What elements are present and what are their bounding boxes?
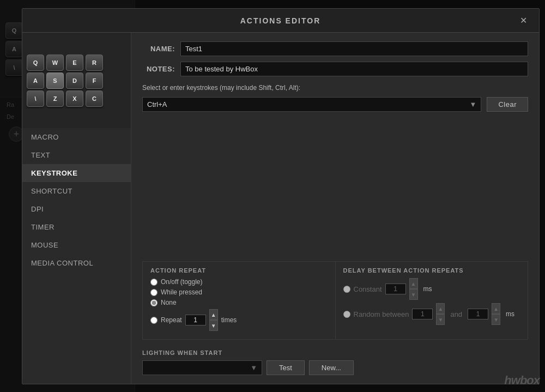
modal-key-row-3: \ Z X C xyxy=(27,91,126,107)
keystroke-dropdown-icon: ▼ xyxy=(470,100,477,108)
modal-key-s[interactable]: S xyxy=(46,73,64,89)
lighting-title: LIGHTING WHEN START xyxy=(142,349,528,356)
random-from-up[interactable]: ▲ xyxy=(436,303,445,314)
name-form-row: NAME: xyxy=(142,41,528,56)
modal-title: ACTIONS EDITOR xyxy=(44,16,517,25)
random-to-spinner[interactable]: ▲ ▼ xyxy=(492,303,500,325)
keystrokes-instruction: Select or enter keystrokes (may include … xyxy=(142,84,528,92)
nav-item-media-control[interactable]: MEDIA CONTROL xyxy=(22,254,131,272)
action-delay-section: ACTION REPEAT On/off (toggle) While pres… xyxy=(142,261,528,340)
modal-left-nav: Q W E R A S D F \ Z X C xyxy=(22,33,131,384)
modal-main-content: NAME: NOTES: Select or enter keystrokes … xyxy=(131,33,539,384)
constant-down-arrow[interactable]: ▼ xyxy=(409,289,418,300)
random-to-up[interactable]: ▲ xyxy=(492,303,500,314)
modal-close-button[interactable]: ✕ xyxy=(517,14,530,27)
nav-item-shortcut[interactable]: SHORTCUT xyxy=(22,182,131,200)
constant-spinner[interactable]: ▲ ▼ xyxy=(409,278,418,300)
nav-item-keystroke[interactable]: KEYSTROKE xyxy=(22,164,131,182)
modal-key-e[interactable]: E xyxy=(66,55,83,71)
notes-input[interactable] xyxy=(180,62,528,76)
keystrokes-row: Ctrl+A ▼ Clear xyxy=(142,97,528,112)
lighting-dropdown-icon: ▼ xyxy=(250,364,257,372)
constant-delay-row: Constant ▲ ▼ ms xyxy=(343,278,520,300)
radio-repeat-label: Repeat xyxy=(161,316,182,324)
random-from-down[interactable]: ▼ xyxy=(436,314,445,325)
radio-while-pressed-input[interactable] xyxy=(150,289,158,296)
modal-body: Q W E R A S D F \ Z X C xyxy=(22,33,539,384)
action-repeat-box: ACTION REPEAT On/off (toggle) While pres… xyxy=(142,261,336,340)
constant-label: Constant xyxy=(354,285,382,293)
modal-key-z[interactable]: Z xyxy=(46,91,64,107)
test-button[interactable]: Test xyxy=(267,360,305,375)
nav-item-timer[interactable]: TIMER xyxy=(22,218,131,236)
radio-while-pressed-label: While pressed xyxy=(161,288,202,296)
name-input[interactable] xyxy=(180,41,528,56)
modal-key-d[interactable]: D xyxy=(66,73,83,89)
random-from-input[interactable] xyxy=(412,309,433,319)
random-unit: ms xyxy=(506,310,514,318)
modal-key-row-2: A S D F xyxy=(27,73,126,89)
modal-key-c[interactable]: C xyxy=(86,91,103,107)
random-label: Random between xyxy=(354,310,409,318)
delay-title: DELAY BETWEEN ACTION REPEATS xyxy=(343,267,520,274)
new-button[interactable]: New... xyxy=(309,360,354,375)
radio-toggle-label: On/off (toggle) xyxy=(161,278,203,286)
radio-toggle[interactable] xyxy=(150,279,158,286)
delay-box: DELAY BETWEEN ACTION REPEATS Constant ▲ … xyxy=(336,261,529,340)
content-spacer xyxy=(142,117,528,256)
radio-repeat: Repeat ▲ ▼ times xyxy=(150,309,328,331)
constant-up-arrow[interactable]: ▲ xyxy=(409,278,418,289)
modal-key-a[interactable]: A xyxy=(27,73,44,89)
hwbox-logo: hwbox xyxy=(504,373,540,388)
modal-key-f[interactable]: F xyxy=(86,73,103,89)
modal-key-x[interactable]: X xyxy=(66,91,83,107)
lighting-row: ▼ Test New... xyxy=(142,360,528,375)
modal-key-r[interactable]: R xyxy=(86,55,103,71)
radio-constant[interactable] xyxy=(343,286,350,293)
constant-value-input[interactable] xyxy=(385,284,406,294)
radio-none-input[interactable] xyxy=(150,299,158,306)
keystroke-value: Ctrl+A xyxy=(147,100,167,108)
actions-editor-modal: ACTIONS EDITOR ✕ Q W E R A S D F xyxy=(22,8,540,384)
random-delay-row: Random between ▲ ▼ and ▲ ▼ ms xyxy=(343,303,520,325)
nav-item-macro[interactable]: MACRO xyxy=(22,128,131,146)
random-from-spinner[interactable]: ▲ ▼ xyxy=(436,303,445,325)
notes-form-row: NOTES: xyxy=(142,62,528,76)
random-to-input[interactable] xyxy=(468,309,488,319)
notes-label: NOTES: xyxy=(142,65,175,73)
modal-key-w[interactable]: W xyxy=(46,55,64,71)
modal-title-bar: ACTIONS EDITOR ✕ xyxy=(22,9,539,33)
modal-key-q[interactable]: Q xyxy=(27,55,44,71)
lighting-select[interactable]: ▼ xyxy=(142,360,262,375)
modal-keyboard-preview: Q W E R A S D F \ Z X C xyxy=(22,33,131,128)
radio-while-pressed: While pressed xyxy=(150,288,328,296)
repeat-up-arrow[interactable]: ▲ xyxy=(209,309,218,320)
clear-button[interactable]: Clear xyxy=(487,97,528,112)
radio-none: None xyxy=(150,299,328,306)
modal-key-row-1: Q W E R xyxy=(27,55,126,71)
action-repeat-title: ACTION REPEAT xyxy=(150,267,328,274)
repeat-count-spinner[interactable]: ▲ ▼ xyxy=(209,309,218,331)
radio-none-label: None xyxy=(161,299,177,306)
lighting-section: LIGHTING WHEN START ▼ Test New... xyxy=(142,349,528,375)
repeat-count-input[interactable] xyxy=(185,315,206,325)
nav-item-text[interactable]: TEXT xyxy=(22,146,131,164)
name-label: NAME: xyxy=(142,45,175,53)
constant-unit: ms xyxy=(423,285,432,293)
radio-repeat-input[interactable] xyxy=(150,317,158,324)
repeat-unit: times xyxy=(221,316,237,324)
repeat-down-arrow[interactable]: ▼ xyxy=(209,320,218,331)
radio-random[interactable] xyxy=(343,311,350,318)
random-to-down[interactable]: ▼ xyxy=(492,314,500,325)
random-and-label: and xyxy=(450,310,462,318)
nav-item-mouse[interactable]: MOUSE xyxy=(22,236,131,254)
nav-item-dpi[interactable]: DPI xyxy=(22,200,131,218)
modal-key-backslash[interactable]: \ xyxy=(27,91,44,107)
keystroke-select[interactable]: Ctrl+A ▼ xyxy=(142,97,481,112)
radio-on-off: On/off (toggle) xyxy=(150,278,328,286)
